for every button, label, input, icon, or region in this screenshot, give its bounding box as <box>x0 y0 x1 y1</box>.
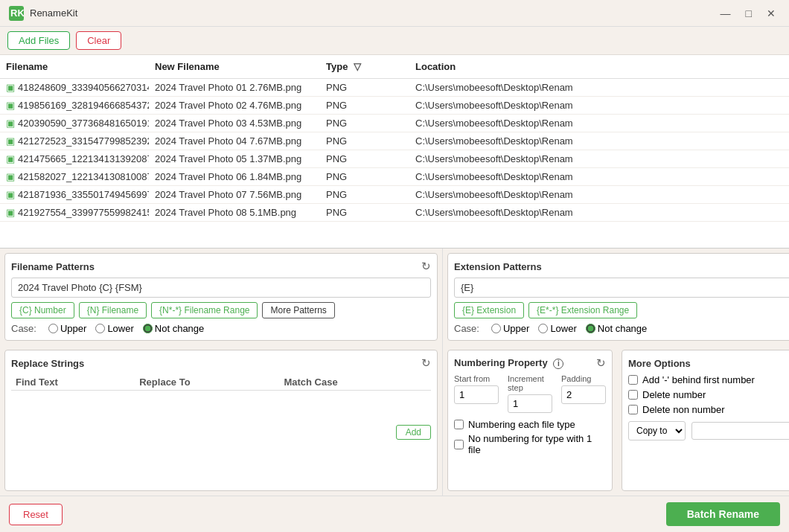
copy-to-row: Copy to Move to Change <box>628 421 789 440</box>
right-panels: Extension Patterns ↻ {E} Extension {E*-*… <box>443 249 789 496</box>
app-title: RenameKit <box>30 7 716 19</box>
replace-strings-panel: Replace Strings ↻ Find Text Replace To M… <box>4 350 438 491</box>
cell-location: C:\Users\mobeesoft\Desktop\Renam <box>409 150 789 167</box>
filename-text: 421871936_335501749456997_59799408821202… <box>18 189 149 200</box>
cell-new-filename: 2024 Travel Photo 07 7.56MB.png <box>149 186 320 203</box>
pattern-n-filename[interactable]: {N} Filename <box>79 302 147 318</box>
filter-icon[interactable]: ▽ <box>354 61 361 72</box>
extension-case-row: Case: Upper Lower Not change <box>454 323 789 334</box>
replace-add-button[interactable]: Add <box>396 425 431 440</box>
table-row: ▣ 421871936_335501749456997_597994088212… <box>0 186 789 204</box>
filename-pattern-input[interactable] <box>11 278 431 298</box>
pattern-e-extension[interactable]: {E} Extension <box>454 302 524 318</box>
cell-empty <box>380 210 409 216</box>
pattern-more[interactable]: More Patterns <box>262 302 334 318</box>
close-button[interactable]: ✕ <box>762 6 780 21</box>
cell-empty <box>380 85 409 91</box>
extension-case-notchange[interactable]: Not change <box>586 323 648 334</box>
numbering-fields: Start from Increment step Padding <box>454 374 606 413</box>
pattern-n-range[interactable]: {N*-*} Filename Range <box>151 302 258 318</box>
numbering-property-header: Numbering Property i ↻ <box>454 356 606 370</box>
delete-non-number-label: Delete non number <box>642 404 725 415</box>
add-dash-option[interactable]: Add '-' behind first number <box>628 374 789 385</box>
extension-pattern-input[interactable] <box>454 278 789 298</box>
filename-text: 421927554_339977559982415_53894653315444… <box>18 207 149 218</box>
cell-new-filename: 2024 Travel Photo 04 7.67MB.png <box>149 132 320 150</box>
filename-text: 418248609_333940566270314_84208108142789… <box>18 82 149 93</box>
cell-new-filename: 2024 Travel Photo 03 4.53MB.png <box>149 115 320 132</box>
padding-input[interactable] <box>561 385 606 404</box>
table-row: ▣ 421272523_331547799852392_447968564334… <box>0 132 789 150</box>
extension-case-lower[interactable]: Lower <box>538 323 576 334</box>
reset-button[interactable]: Reset <box>9 504 63 525</box>
filename-case-lower[interactable]: Lower <box>95 323 133 334</box>
replace-strings-refresh[interactable]: ↻ <box>421 356 431 370</box>
cell-new-filename: 2024 Travel Photo 01 2.76MB.png <box>149 79 320 96</box>
start-from-input[interactable] <box>454 385 499 404</box>
extension-patterns-panel: Extension Patterns ↻ {E} Extension {E*-*… <box>447 253 789 341</box>
batch-rename-button[interactable]: Batch Rename <box>666 502 780 526</box>
file-table-header: Filename New Filename Type ▽ Location <box>0 55 789 79</box>
filename-text: 421475665_122134131392087638_92691533678… <box>18 153 149 164</box>
cell-new-filename: 2024 Travel Photo 02 4.76MB.png <box>149 97 320 114</box>
cell-filename: ▣ 418248609_333940566270314_842081081427… <box>0 79 149 96</box>
filename-text: 421272523_331547799852392_44796856433497… <box>18 135 149 147</box>
cell-empty <box>380 103 409 109</box>
extension-case-label: Case: <box>454 323 479 334</box>
file-icon: ▣ <box>6 82 15 93</box>
cell-filename: ▣ 421272523_331547799852392_447968564334… <box>0 132 149 150</box>
increment-step-field: Increment step <box>508 374 552 413</box>
filename-case-upper[interactable]: Upper <box>48 323 86 334</box>
filename-patterns-panel: Filename Patterns ↻ {C} Number {N} Filen… <box>4 253 438 341</box>
padding-label: Padding <box>561 374 606 383</box>
cell-empty <box>380 138 409 144</box>
extension-patterns-title: Extension Patterns <box>454 261 542 272</box>
cell-new-filename: 2024 Travel Photo 06 1.84MB.png <box>149 168 320 185</box>
copy-to-select[interactable]: Copy to Move to <box>628 421 686 440</box>
start-from-field: Start from <box>454 374 499 413</box>
filename-case-notchange[interactable]: Not change <box>143 323 205 334</box>
numbering-refresh[interactable]: ↻ <box>596 356 606 370</box>
col-type: Type ▽ <box>320 58 380 75</box>
cell-type: PNG <box>320 79 380 96</box>
pattern-e-range[interactable]: {E*-*} Extension Range <box>528 302 637 318</box>
cell-filename: ▣ 421927554_339977559982415_538946533154… <box>0 204 149 221</box>
delete-non-number-option[interactable]: Delete non number <box>628 404 789 415</box>
cell-filename: ▣ 421582027_122134130810087638_622941970… <box>0 168 149 185</box>
extension-case-upper[interactable]: Upper <box>491 323 529 334</box>
replace-strings-header: Replace Strings ↻ <box>11 356 431 370</box>
cell-filename: ▣ 421475665_122134131392087638_926915336… <box>0 150 149 167</box>
increment-step-input[interactable] <box>508 394 552 413</box>
table-row: ▣ 419856169_328194666854372_747304010199… <box>0 97 789 115</box>
replace-strings-title: Replace Strings <box>11 358 84 369</box>
cell-location: C:\Users\mobeesoft\Desktop\Renam <box>409 186 789 203</box>
minimize-button[interactable]: — <box>716 6 735 21</box>
cell-type: PNG <box>320 97 380 114</box>
no-numbering-label: No numbering for type with 1 file <box>468 433 606 455</box>
pattern-c-number[interactable]: {C} Number <box>11 302 74 318</box>
table-row: ▣ 418248609_333940566270314_842081081427… <box>0 79 789 97</box>
more-options-header: More Options ↻ <box>628 356 789 370</box>
file-icon: ▣ <box>6 207 15 218</box>
table-row: ▣ 421582027_122134130810087638_622941970… <box>0 168 789 186</box>
filename-case-label: Case: <box>11 323 36 334</box>
increment-step-label: Increment step <box>508 374 552 392</box>
no-numbering-option[interactable]: No numbering for type with 1 file <box>454 433 606 455</box>
bottom-bar: Reset Batch Rename <box>0 496 789 532</box>
add-files-button[interactable]: Add Files <box>7 31 70 50</box>
file-icon: ▣ <box>6 171 15 182</box>
cell-location: C:\Users\mobeesoft\Desktop\Renam <box>409 97 789 114</box>
cell-type: PNG <box>320 186 380 203</box>
filename-patterns-header: Filename Patterns ↻ <box>11 260 431 273</box>
extension-pattern-buttons: {E} Extension {E*-*} Extension Range <box>454 302 789 318</box>
cell-type: PNG <box>320 168 380 185</box>
maximize-button[interactable]: □ <box>741 6 756 21</box>
copy-to-path-input[interactable] <box>691 422 789 440</box>
delete-number-option[interactable]: Delete number <box>628 389 789 400</box>
clear-button[interactable]: Clear <box>76 31 121 50</box>
add-dash-label: Add '-' behind first number <box>642 374 755 385</box>
numbering-each-type-option[interactable]: Numbering each file type <box>454 419 606 430</box>
filename-case-row: Case: Upper Lower Not change <box>11 323 431 334</box>
filename-patterns-refresh[interactable]: ↻ <box>421 260 431 273</box>
cell-filename: ▣ 421871936_335501749456997_597994088212… <box>0 186 149 203</box>
